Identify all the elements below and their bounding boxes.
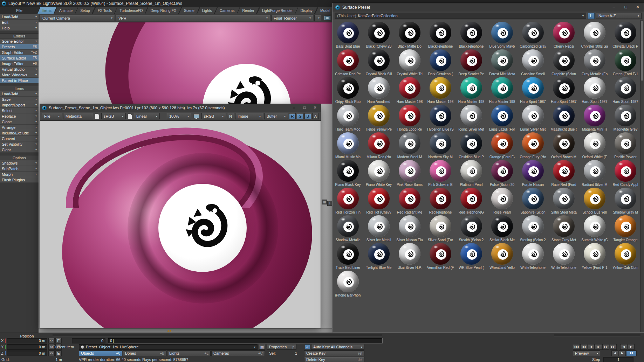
preview-step-button[interactable]: ◀ [611,350,618,356]
preset-chrystal-black-p[interactable]: Chrystal Black P [610,21,641,49]
sidebar-item-edit[interactable]: Edit▾ [0,20,39,25]
frame-input[interactable]: 0 [108,338,383,343]
preset-silver-sand-for[interactable]: Silver Sand (For [425,215,456,242]
sidebar-item-graph-editor[interactable]: Graph Editor^F2 [0,50,39,55]
iv-zoom-select[interactable]: 100%▾ [167,113,191,119]
renderer-select[interactable]: VPR▾ [116,15,270,21]
preset-crystal-black-sili[interactable]: Crystal Black Sili [363,49,394,76]
sidebar-item-shadows[interactable]: Shadows▾ [0,160,39,166]
sidebar-item-virtual-studio[interactable]: Virtual Studio▾ [0,67,39,72]
preset-twilight-blue-me[interactable]: Twilight Blue Me [363,242,394,270]
nudge-button[interactable]: <> [48,338,55,343]
tab-model[interactable]: Model [316,7,334,14]
render-preset-select[interactable]: Final_Render▾ [271,15,313,21]
preset-green-ford-f-1[interactable]: Green (Ford F-1 [610,49,641,76]
preset-stone-gray-met[interactable]: Stone Gray Met [548,215,579,242]
preset-miami-music-ma[interactable]: Miami Music Ma [333,132,363,159]
iv-file-menu[interactable]: File▾ [42,113,62,119]
preset-haro-master-198[interactable]: Haro Master 198 [456,76,487,104]
preset-forest-mist-meta[interactable]: Forest Mist Meta [487,49,518,76]
preset-pink-schwinn-b[interactable]: Pink Schwinn B [425,159,456,187]
close-button[interactable]: ✕ [311,105,319,111]
sidebar-item-import-export[interactable]: Import/Export▾ [0,102,39,108]
preset-school-bus-yell[interactable]: School Bus Yell [579,187,610,215]
sidebar-item-surface-editor[interactable]: Surface EditorF5 [0,55,39,61]
preset-piano-white-key[interactable]: Piano White Key [363,159,394,187]
tab-render[interactable]: Render [238,7,258,14]
step-field[interactable]: 1 [603,357,633,362]
preset-lunar-silver-met[interactable]: Lunar Silver Met [518,104,548,132]
preset-orange-fury-ho[interactable]: Orange Fury (Ho [518,132,548,159]
sidebar-item-save[interactable]: Save▾ [0,97,39,102]
iv-output-colorspace-select[interactable]: sRGB▾ [201,113,226,119]
transport-button[interactable]: ◀| [588,344,595,350]
preset-lapis-lazuli-for[interactable]: Lapis Lazuli (For [487,104,518,132]
preset-haro-master-198[interactable]: Haro Master 198 [394,76,425,104]
preset-magenta-mini-tr[interactable]: Magenta Mini Tr [579,104,610,132]
item-type-objects-button[interactable]: Objects+0 [79,350,122,356]
sidebar-item-convert[interactable]: Convert▾ [0,136,39,141]
camera-select[interactable]: Current Camera▾ [40,15,115,21]
create-key-button[interactable]: Create Keyret [304,350,364,356]
preset-pulse-scion-20[interactable]: Pulse (Scion 20 [487,159,518,187]
camera-view-icon[interactable] [324,16,330,20]
tab-animate[interactable]: Animate [55,7,77,14]
transport-button[interactable]: ◀ [620,344,627,350]
preset-whitetelephone[interactable]: WhiteTelephone [548,242,579,270]
preset-vermillion-red-f[interactable]: Vermillion Red (F [425,242,456,270]
maximize-button[interactable]: □ [620,3,632,12]
preset-shadow-metalic[interactable]: Shadow Metalic [333,215,363,242]
iv-image-select[interactable]: Image▾ [235,113,263,119]
preset-crystal-white-tri[interactable]: Crystal White Tri [394,49,425,76]
preset-stellar-black-me[interactable]: Stellar Black Me [487,215,518,242]
preset-scrollbar[interactable] [640,20,644,332]
maximize-button[interactable]: □ [300,105,309,111]
preset-obsidian-blue-p[interactable]: Obsidian Blue P [456,132,487,159]
tab-deep-rising-fx[interactable]: Deep Rising FX [146,7,180,14]
preset-satin-steel-meta[interactable]: Satin Steel Meta [548,187,579,215]
preset-red-candy-appl[interactable]: Red Candy Appl [610,159,641,187]
preset-red-hot-chevy[interactable]: Red Hot (Chevy [363,187,394,215]
scrollbar-thumb[interactable] [641,21,643,81]
preset-black-matte-do[interactable]: Black Matte Do [394,21,425,49]
minimize-button[interactable]: – [608,3,620,12]
envelope-button[interactable]: E [55,350,62,356]
preset-oxford-brown-m[interactable]: Oxford Brown M [548,132,579,159]
render-preset-options-button[interactable]: ▾ [314,15,321,21]
preview-step-button[interactable]: ▶ [619,350,626,356]
preset-crimson-red-pe[interactable]: Crimson Red Pe [333,49,363,76]
preset-iphone-earphon[interactable]: iPhone EarPhon [333,270,363,298]
surface-preset-titlebar[interactable]: Surface Preset – □ ✕ [333,3,644,12]
preset-haro-master-198[interactable]: Haro Master 198 [487,76,518,104]
preview-select[interactable]: Preview▾ [573,350,600,356]
preset-red-radiant-me[interactable]: Red Radiant Me [394,187,425,215]
preset-stealth-scion-2[interactable]: Stealth (Scion 2 [456,215,487,242]
preset-silver-nissan-ela[interactable]: Silver Nissan Ela [394,215,425,242]
preset-milano-red-ho[interactable]: Milano Red (Ho [363,132,394,159]
channel-g-button[interactable]: G [297,113,303,119]
image-viewer-titlebar[interactable]: Surface_Preset_Scene_1m_Object.lws Fr:00… [40,104,321,112]
preset-truck-bed-liner[interactable]: Truck Bed Liner [333,242,363,270]
tab-lightforge-render[interactable]: LightForge Render [258,7,297,14]
item-type-bones-button[interactable]: Bones+B [123,350,166,356]
preset-sapphire-scion[interactable]: Sapphire (Scion [518,187,548,215]
preset-summit-white-c[interactable]: Summit White (C [579,215,610,242]
tab-setup[interactable]: Setup [76,7,94,14]
preset-silver-ice-metali[interactable]: Silver Ice Metali [363,215,394,242]
preset-yellow-ford-f-1[interactable]: Yellow (Ford F-1 [579,242,610,270]
tab-turbulencefd[interactable]: TurbulenceFD [116,7,146,14]
preset-honda-logo-re[interactable]: Honda Logo Re [394,104,425,132]
preset-haro-master-198[interactable]: Haro Master 198 [425,76,456,104]
preset-red-horizon-tin[interactable]: Red Horizon Tin [333,187,363,215]
preset-platinum-pearl[interactable]: Platinum Pearl [456,159,487,187]
iv-buffer-select[interactable]: Buffer▾ [264,113,288,119]
preset-northern-sky-m[interactable]: Northern Sky M [425,132,456,159]
transport-button[interactable]: ▶▶| [610,344,617,350]
current-item-select[interactable]: Preset_Object_1m_UV:Sphere ▾ [79,344,258,350]
sidebar-item-arrange[interactable]: Arrange▾ [0,125,39,130]
delete-key-button[interactable]: Delete Keydel [304,357,364,362]
preset-hyperion-blue-s[interactable]: Hyperion Blue (S [425,104,456,132]
preset-race-red-ford[interactable]: Race Red (Ford [548,159,579,187]
iv-metadata-button[interactable]: Metadata [63,113,93,119]
preset-dark-cerulean[interactable]: Dark Cerulean ( [425,49,456,76]
